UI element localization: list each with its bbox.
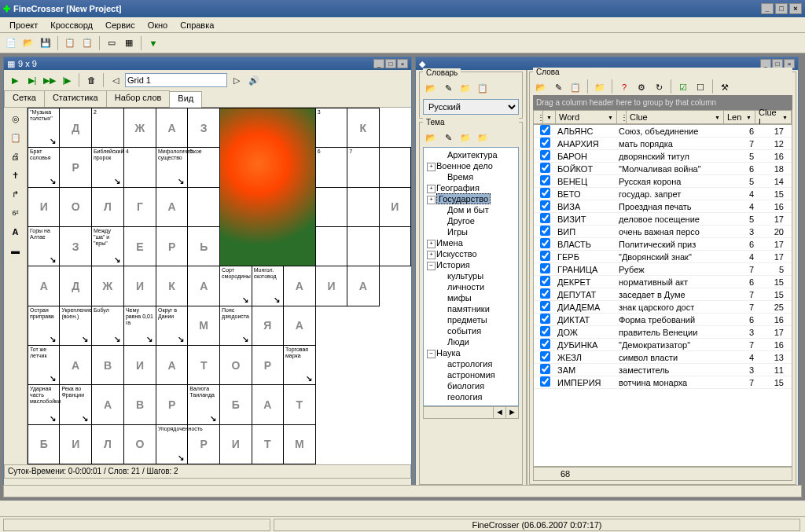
word-checkbox[interactable]	[540, 251, 550, 261]
minimize-button[interactable]: _	[761, 3, 774, 14]
number-tool-icon[interactable]: 6²	[8, 205, 24, 221]
word-checkbox[interactable]	[540, 376, 550, 387]
cw-cell[interactable]: Р	[156, 226, 187, 266]
crossword-grid[interactable]: "Музыка толстых"↘Д2ЖАЗ3КБрат соловья↘РБи…	[28, 108, 411, 464]
tree-item[interactable]: геология	[425, 391, 516, 402]
cw-cell[interactable]: Т	[252, 424, 283, 464]
words-uncheck-icon[interactable]: ☐	[693, 79, 708, 95]
cw-cell[interactable]: Т	[284, 385, 316, 424]
tree-item[interactable]: Другое	[425, 215, 516, 226]
cw-cell[interactable]: А	[156, 345, 187, 384]
cw-cell[interactable]: Р	[252, 345, 283, 384]
cw-cell[interactable]: Р	[60, 148, 92, 187]
cw-cell[interactable]	[379, 148, 410, 187]
word-row[interactable]: ВЛАСТЬПолитический приз617	[534, 238, 792, 251]
cw-cell[interactable]: А	[91, 385, 123, 424]
tree-item[interactable]: личности	[425, 281, 516, 292]
child-maximize-button[interactable]: □	[385, 59, 396, 68]
words-open-icon[interactable]: 📂	[533, 79, 549, 95]
word-checkbox[interactable]	[540, 339, 550, 349]
word-checkbox[interactable]	[540, 351, 550, 361]
maximize-button[interactable]: □	[775, 3, 788, 14]
word-checkbox[interactable]	[540, 175, 550, 185]
child-close-button[interactable]: ×	[397, 59, 408, 68]
tree-item[interactable]: Архитектура	[425, 149, 516, 160]
word-row[interactable]: ДЕКРЕТнормативный акт615	[534, 276, 792, 288]
cw-cell[interactable]	[347, 187, 379, 226]
theme-add-icon[interactable]: 📁	[458, 130, 473, 145]
cw-cell[interactable]: Между "ша" и "еры"↘	[91, 226, 123, 266]
play-end-icon[interactable]: ▶▶	[42, 72, 57, 88]
theme-tree[interactable]: АрхитектураВоенное делоВремяГеографияГос…	[423, 147, 519, 406]
tree-item[interactable]: предметы	[425, 314, 516, 325]
word-checkbox[interactable]	[540, 188, 550, 198]
cw-cell[interactable]: Р	[188, 424, 220, 464]
cw-cell[interactable]: Горы на Алтае↘	[28, 226, 60, 266]
cw-cell[interactable]: Мифологическое существо↘	[156, 148, 187, 187]
cw-cell[interactable]: Л	[91, 424, 123, 464]
words-config-icon[interactable]: ⚒	[717, 79, 733, 95]
cw-cell[interactable]: Торговая марка↘	[284, 345, 316, 384]
tree-item[interactable]: памятники	[425, 303, 516, 314]
tree-item[interactable]: мифы	[425, 292, 516, 303]
play-skip-icon[interactable]: ▶|	[24, 72, 40, 88]
cw-cell[interactable]: О	[123, 424, 156, 464]
cascade-icon[interactable]: ▭	[104, 35, 119, 51]
cw-cell[interactable]: Валюта Таиланда↘	[188, 385, 220, 424]
cw-cell[interactable]: А	[28, 266, 60, 306]
tree-item[interactable]: Люди	[425, 336, 516, 347]
cw-cell[interactable]: А	[188, 266, 220, 306]
cw-cell[interactable]: Укрепление (воен.)↘	[60, 306, 92, 345]
cw-cell[interactable]: Ударная часть маслобойки↘	[28, 385, 60, 424]
tile-icon[interactable]: ▦	[121, 35, 137, 51]
play-last-icon[interactable]: |▶	[59, 72, 75, 88]
cw-cell[interactable]: В	[91, 345, 123, 384]
cw-cell[interactable]	[379, 226, 410, 266]
copy-icon[interactable]: 📋	[62, 35, 78, 51]
tab-1[interactable]: Статистика	[44, 90, 107, 107]
tree-item[interactable]: культуры	[425, 270, 516, 281]
word-row[interactable]: ГЕРБ"Дворянский знак"417	[534, 251, 792, 263]
word-checkbox[interactable]	[540, 314, 550, 324]
tree-item[interactable]: Государство	[425, 193, 516, 204]
cw-cell[interactable]: Сорт смородины↘	[220, 266, 252, 306]
words-refresh-icon[interactable]: ↻	[651, 79, 667, 95]
col-len[interactable]: Len▼	[724, 111, 755, 123]
cw-cell[interactable]: Бобул↘	[91, 306, 123, 345]
language-dropdown[interactable]: Русский	[423, 99, 519, 115]
cw-cell[interactable]: Ж	[123, 108, 156, 148]
cw-cell[interactable]: З	[188, 108, 220, 148]
word-row[interactable]: ВИЗИТделовое посещение517	[534, 213, 792, 226]
clipboard-icon[interactable]: 📋	[8, 130, 24, 145]
dict-copy-icon[interactable]: 📋	[475, 80, 491, 96]
cw-cell[interactable]: Острая приправа↘	[28, 306, 60, 345]
cw-cell[interactable]: А	[284, 306, 316, 345]
menu-Сервис[interactable]: Сервис	[99, 19, 142, 31]
cw-cell[interactable]: Ж	[91, 266, 123, 306]
tree-item[interactable]: Дом и быт	[425, 204, 516, 215]
cw-cell[interactable]: Е	[123, 226, 156, 266]
target-icon[interactable]: ◎	[8, 111, 24, 127]
cw-cell[interactable]: К	[156, 266, 187, 306]
cw-cell[interactable]: 3	[315, 108, 347, 148]
cw-cell[interactable]: Тот же летчик↘	[28, 345, 60, 384]
cw-cell[interactable]: А	[156, 108, 187, 148]
cw-cell[interactable]: И	[123, 266, 156, 306]
cw-cell[interactable]: Брат соловья↘	[28, 148, 60, 187]
cw-cell[interactable]: А	[252, 385, 283, 424]
word-row[interactable]: ВЕНЕЦРусская корона514	[534, 175, 792, 188]
cross-icon[interactable]: ✝	[8, 167, 24, 183]
menu-Кроссворд[interactable]: Кроссворд	[44, 19, 99, 31]
cw-cell[interactable]	[347, 226, 379, 266]
tree-item[interactable]: Искусство	[425, 248, 516, 259]
word-row[interactable]: АЛЬЯНССоюз, объединение617	[534, 125, 792, 138]
tree-item[interactable]: Военное дело	[425, 160, 516, 171]
cw-cell[interactable]	[188, 187, 220, 226]
menu-Проект[interactable]: Проект	[3, 19, 44, 31]
tree-scrollbar[interactable]: ◄ ►	[423, 406, 519, 419]
arrow-tool-icon[interactable]: ↱	[8, 186, 24, 202]
cw-cell[interactable]: О	[220, 345, 252, 384]
word-checkbox[interactable]	[540, 301, 550, 311]
cw-cell[interactable]: Б	[220, 385, 252, 424]
word-checkbox[interactable]	[540, 276, 550, 286]
